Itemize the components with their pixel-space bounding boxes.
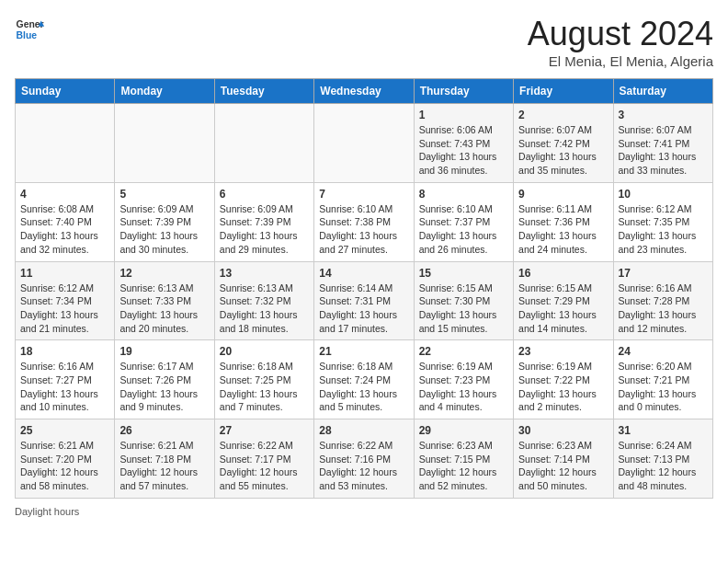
- day-info: Sunrise: 6:21 AM Sunset: 7:18 PM Dayligh…: [119, 439, 209, 493]
- day-info: Sunrise: 6:18 AM Sunset: 7:25 PM Dayligh…: [220, 360, 309, 414]
- day-cell: 23Sunrise: 6:19 AM Sunset: 7:22 PM Dayli…: [514, 340, 613, 419]
- day-cell: 6Sunrise: 6:09 AM Sunset: 7:39 PM Daylig…: [214, 182, 313, 261]
- page-title: August 2024: [528, 15, 713, 53]
- day-cell: 9Sunrise: 6:11 AM Sunset: 7:36 PM Daylig…: [514, 182, 613, 261]
- week-row-3: 11Sunrise: 6:12 AM Sunset: 7:34 PM Dayli…: [16, 261, 713, 340]
- day-cell: 22Sunrise: 6:19 AM Sunset: 7:23 PM Dayli…: [414, 340, 513, 419]
- day-number: 7: [319, 188, 408, 201]
- header-cell-monday: Monday: [115, 79, 214, 104]
- day-cell: [314, 104, 414, 183]
- header-cell-sunday: Sunday: [16, 79, 115, 104]
- day-number: 1: [419, 109, 508, 121]
- day-info: Sunrise: 6:20 AM Sunset: 7:21 PM Dayligh…: [619, 360, 708, 414]
- day-cell: 4Sunrise: 6:08 AM Sunset: 7:40 PM Daylig…: [16, 182, 115, 261]
- logo-icon: General Blue: [15, 15, 44, 44]
- day-number: 22: [419, 345, 508, 358]
- day-info: Sunrise: 6:17 AM Sunset: 7:26 PM Dayligh…: [119, 360, 209, 414]
- day-number: 29: [419, 424, 508, 437]
- day-info: Sunrise: 6:15 AM Sunset: 7:30 PM Dayligh…: [419, 282, 508, 336]
- day-number: 24: [619, 345, 708, 358]
- title-block: August 2024 El Menia, El Menia, Algeria: [528, 15, 713, 69]
- day-cell: 14Sunrise: 6:14 AM Sunset: 7:31 PM Dayli…: [314, 261, 414, 340]
- day-number: 12: [119, 267, 209, 280]
- day-info: Sunrise: 6:09 AM Sunset: 7:39 PM Dayligh…: [220, 202, 309, 257]
- day-number: 16: [518, 267, 608, 280]
- day-cell: 12Sunrise: 6:13 AM Sunset: 7:33 PM Dayli…: [115, 261, 214, 340]
- day-cell: 7Sunrise: 6:10 AM Sunset: 7:38 PM Daylig…: [314, 182, 414, 261]
- week-row-2: 4Sunrise: 6:08 AM Sunset: 7:40 PM Daylig…: [16, 182, 713, 261]
- day-cell: 29Sunrise: 6:23 AM Sunset: 7:15 PM Dayli…: [414, 419, 513, 499]
- day-info: Sunrise: 6:07 AM Sunset: 7:42 PM Dayligh…: [518, 123, 608, 178]
- day-cell: 28Sunrise: 6:22 AM Sunset: 7:16 PM Dayli…: [314, 419, 414, 499]
- day-info: Sunrise: 6:16 AM Sunset: 7:27 PM Dayligh…: [20, 360, 109, 414]
- day-info: Sunrise: 6:23 AM Sunset: 7:14 PM Dayligh…: [518, 439, 608, 493]
- day-number: 9: [518, 188, 608, 201]
- day-info: Sunrise: 6:18 AM Sunset: 7:24 PM Dayligh…: [319, 360, 408, 414]
- week-row-4: 18Sunrise: 6:16 AM Sunset: 7:27 PM Dayli…: [16, 340, 713, 419]
- day-number: 19: [119, 345, 209, 358]
- day-number: 28: [319, 424, 408, 437]
- day-info: Sunrise: 6:21 AM Sunset: 7:20 PM Dayligh…: [20, 439, 109, 493]
- day-info: Sunrise: 6:24 AM Sunset: 7:13 PM Dayligh…: [619, 439, 708, 493]
- day-number: 30: [518, 424, 608, 437]
- day-cell: 27Sunrise: 6:22 AM Sunset: 7:17 PM Dayli…: [214, 419, 313, 499]
- day-cell: 31Sunrise: 6:24 AM Sunset: 7:13 PM Dayli…: [613, 419, 712, 499]
- day-cell: 20Sunrise: 6:18 AM Sunset: 7:25 PM Dayli…: [214, 340, 313, 419]
- day-number: 21: [319, 345, 408, 358]
- day-number: 10: [619, 188, 708, 201]
- day-cell: [115, 104, 214, 183]
- day-number: 25: [20, 424, 109, 437]
- day-cell: [214, 104, 313, 183]
- day-cell: 1Sunrise: 6:06 AM Sunset: 7:43 PM Daylig…: [414, 104, 513, 183]
- day-info: Sunrise: 6:14 AM Sunset: 7:31 PM Dayligh…: [319, 282, 408, 336]
- day-number: 6: [220, 188, 309, 201]
- day-number: 20: [220, 345, 309, 358]
- week-row-1: 1Sunrise: 6:06 AM Sunset: 7:43 PM Daylig…: [16, 104, 713, 183]
- day-info: Sunrise: 6:06 AM Sunset: 7:43 PM Dayligh…: [419, 123, 508, 178]
- day-cell: 3Sunrise: 6:07 AM Sunset: 7:41 PM Daylig…: [613, 104, 712, 183]
- day-info: Sunrise: 6:23 AM Sunset: 7:15 PM Dayligh…: [419, 439, 508, 493]
- day-info: Sunrise: 6:22 AM Sunset: 7:16 PM Dayligh…: [319, 439, 408, 493]
- day-cell: 13Sunrise: 6:13 AM Sunset: 7:32 PM Dayli…: [214, 261, 313, 340]
- day-cell: 26Sunrise: 6:21 AM Sunset: 7:18 PM Dayli…: [115, 419, 214, 499]
- day-info: Sunrise: 6:10 AM Sunset: 7:37 PM Dayligh…: [419, 202, 508, 257]
- day-number: 2: [518, 109, 608, 121]
- day-number: 4: [20, 188, 109, 201]
- day-info: Sunrise: 6:19 AM Sunset: 7:23 PM Dayligh…: [419, 360, 508, 414]
- day-cell: 16Sunrise: 6:15 AM Sunset: 7:29 PM Dayli…: [514, 261, 613, 340]
- day-cell: 8Sunrise: 6:10 AM Sunset: 7:37 PM Daylig…: [414, 182, 513, 261]
- calendar-table: SundayMondayTuesdayWednesdayThursdayFrid…: [15, 78, 713, 499]
- day-info: Sunrise: 6:15 AM Sunset: 7:29 PM Dayligh…: [518, 282, 608, 336]
- svg-text:Blue: Blue: [17, 30, 38, 40]
- page-subtitle: El Menia, El Menia, Algeria: [528, 53, 713, 69]
- day-number: 8: [419, 188, 508, 201]
- day-info: Sunrise: 6:12 AM Sunset: 7:35 PM Dayligh…: [619, 202, 708, 257]
- day-cell: 5Sunrise: 6:09 AM Sunset: 7:39 PM Daylig…: [115, 182, 214, 261]
- day-info: Sunrise: 6:11 AM Sunset: 7:36 PM Dayligh…: [518, 202, 608, 257]
- day-number: 3: [619, 109, 708, 121]
- day-info: Sunrise: 6:07 AM Sunset: 7:41 PM Dayligh…: [619, 123, 708, 178]
- day-info: Sunrise: 6:10 AM Sunset: 7:38 PM Dayligh…: [319, 202, 408, 257]
- day-cell: 11Sunrise: 6:12 AM Sunset: 7:34 PM Dayli…: [16, 261, 115, 340]
- header-cell-tuesday: Tuesday: [214, 79, 313, 104]
- day-cell: 18Sunrise: 6:16 AM Sunset: 7:27 PM Dayli…: [16, 340, 115, 419]
- day-number: 13: [220, 267, 309, 280]
- day-number: 31: [619, 424, 708, 437]
- day-info: Sunrise: 6:08 AM Sunset: 7:40 PM Dayligh…: [20, 202, 109, 257]
- day-info: Sunrise: 6:13 AM Sunset: 7:33 PM Dayligh…: [119, 282, 209, 336]
- day-number: 14: [319, 267, 408, 280]
- day-cell: [16, 104, 115, 183]
- day-info: Sunrise: 6:19 AM Sunset: 7:22 PM Dayligh…: [518, 360, 608, 414]
- day-cell: 25Sunrise: 6:21 AM Sunset: 7:20 PM Dayli…: [16, 419, 115, 499]
- day-cell: 30Sunrise: 6:23 AM Sunset: 7:14 PM Dayli…: [514, 419, 613, 499]
- day-number: 23: [518, 345, 608, 358]
- day-cell: 15Sunrise: 6:15 AM Sunset: 7:30 PM Dayli…: [414, 261, 513, 340]
- day-number: 17: [619, 267, 708, 280]
- header-cell-thursday: Thursday: [414, 79, 513, 104]
- week-row-5: 25Sunrise: 6:21 AM Sunset: 7:20 PM Dayli…: [16, 419, 713, 499]
- day-number: 5: [119, 188, 209, 201]
- footer-note: Daylight hours: [15, 506, 713, 517]
- day-cell: 21Sunrise: 6:18 AM Sunset: 7:24 PM Dayli…: [314, 340, 414, 419]
- day-cell: 17Sunrise: 6:16 AM Sunset: 7:28 PM Dayli…: [613, 261, 712, 340]
- header-row: SundayMondayTuesdayWednesdayThursdayFrid…: [16, 79, 713, 104]
